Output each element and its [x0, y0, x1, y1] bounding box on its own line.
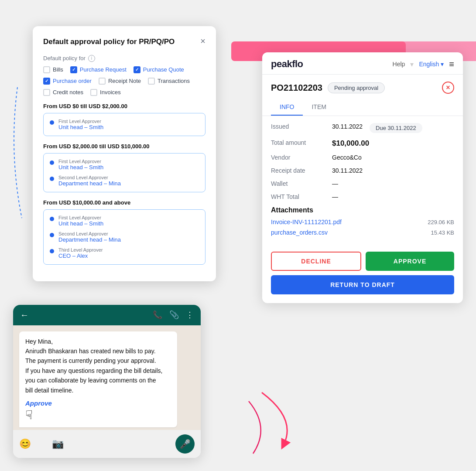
tab-info[interactable]: INFO [271, 99, 303, 116]
approver-details: Third Level Approver CEO – Alex [58, 247, 103, 259]
approver-dot [50, 249, 54, 253]
approver-details: Second Level Approver Department head – … [58, 231, 121, 243]
wallet-label: Wallet [271, 180, 332, 187]
whatsapp-call-icon[interactable]: 📞 [153, 310, 162, 320]
po-tabs: INFO ITEM [262, 99, 463, 116]
checkbox-purchase-quote-box[interactable] [134, 66, 140, 73]
vendor-row: Vendor Gecco&Co [271, 154, 454, 161]
whatsapp-camera-icon[interactable]: 📷 [52, 438, 64, 450]
po-close-button[interactable]: × [442, 82, 454, 94]
approve-decline-row: DECLINE APPROVE [271, 252, 454, 271]
approve-button[interactable]: APPROVE [366, 252, 454, 271]
po-id: PO21102203 [271, 83, 322, 93]
whatsapp-header: ← 📞 📎 ⋮ [13, 305, 201, 325]
total-amount-label: Total amount [271, 139, 332, 146]
checkbox-group-2: Purchase order Receipt Note Transactions [43, 78, 205, 85]
hamburger-menu-icon[interactable]: ≡ [449, 59, 454, 69]
approver-dot [50, 177, 54, 181]
checkbox-purchase-quote[interactable]: Purchase Quote [134, 66, 184, 73]
checkbox-transactions[interactable]: Transactions [148, 78, 190, 85]
nav-right: Help ▾ English ▾ ≡ [393, 59, 454, 69]
approver-details: First Level Approver Unit head – Smith [58, 159, 103, 171]
approver-item: Second Level Approver Department head – … [50, 231, 199, 243]
due-label: Due [376, 125, 386, 131]
return-to-draft-button[interactable]: RETURN TO DRAFT [271, 275, 454, 294]
approver-item: First Level Approver Unit head – Smith [50, 159, 199, 171]
checkbox-purchase-request-box[interactable] [70, 66, 77, 73]
attachment-row-1: Invoice-INV-11112201.pdf 229.06 KB [271, 218, 454, 225]
tier-3-range: From USD $10,000.00 and above [43, 199, 205, 206]
policy-for-label: Default policy for i [43, 55, 205, 62]
whatsapp-message-bubble: Hey Mina, Anirudh Bhaskaran has created … [19, 331, 177, 427]
attachment-row-2: purchase_orders.csv 15.43 KB [271, 229, 454, 236]
po-card: peakflo Help ▾ English ▾ ≡ PO21102203 Pe… [262, 52, 463, 303]
decline-button[interactable]: DECLINE [271, 252, 361, 271]
approver-item: First Level Approver Unit head – Smith [50, 215, 199, 227]
issued-due-row: Issued 30.11.2022 Due 30.11.2022 [271, 123, 454, 133]
approver-details: Second Level Approver Department head – … [58, 175, 121, 187]
whatsapp-mic-button[interactable]: 🎤 [175, 434, 195, 454]
checkbox-bills-box[interactable] [43, 66, 50, 73]
approver-item: Second Level Approver Department head – … [50, 175, 199, 187]
tier-1-range: From USD $0 till USD $2,000.00 [43, 103, 205, 109]
whatsapp-emoji-icon[interactable]: 😊 [19, 438, 31, 450]
attachment-link-2[interactable]: purchase_orders.csv [271, 229, 328, 236]
approval-policy-modal: Default approval policy for PR/PQ/PO × D… [33, 26, 216, 281]
tier-3-card: First Level Approver Unit head – Smith S… [43, 209, 205, 265]
checkbox-group: Bills Purchase Request Purchase Quote [43, 66, 205, 73]
checkbox-purchase-order[interactable]: Purchase order [43, 78, 92, 85]
checkbox-receipt-note[interactable]: Receipt Note [99, 78, 141, 85]
checkbox-transactions-box[interactable] [148, 78, 155, 85]
whatsapp-action-icons: 📞 📎 ⋮ [153, 310, 194, 320]
help-link[interactable]: Help [393, 61, 405, 68]
modal-close-button[interactable]: × [200, 37, 205, 45]
vendor-label: Vendor [271, 154, 332, 161]
whatsapp-approve-link[interactable]: Approve [25, 399, 171, 407]
whatsapp-paperclip-icon[interactable]: 📎 [169, 310, 179, 320]
tier-2-card: First Level Approver Unit head – Smith S… [43, 153, 205, 192]
tier-section-3: From USD $10,000.00 and above First Leve… [43, 199, 205, 265]
approver-item: First Level Approver Unit head – Smith [50, 119, 199, 130]
language-selector[interactable]: English ▾ [419, 61, 444, 68]
receipt-date-label: Receipt date [271, 167, 332, 174]
issued-label: Issued [271, 123, 332, 130]
total-amount-row: Total amount $10,000.00 [271, 139, 454, 148]
tier-section-2: From USD $2,000.00 till USD $10,000.00 F… [43, 143, 205, 192]
po-actions: DECLINE APPROVE RETURN TO DRAFT [262, 246, 463, 303]
po-nav: peakflo Help ▾ English ▾ ≡ [262, 52, 463, 75]
checkbox-receipt-note-box[interactable] [99, 78, 106, 85]
checkbox-bills[interactable]: Bills [43, 66, 63, 73]
due-date-badge: Due 30.11.2022 [370, 123, 422, 133]
due-date: 30.11.2022 [388, 125, 416, 131]
wht-row: WHT Total — [271, 193, 454, 200]
checkbox-invoices[interactable]: Invoices [90, 89, 121, 96]
attachment-size-2: 15.43 KB [431, 229, 455, 236]
attachments-title: Attachments [271, 206, 454, 214]
attachment-size-1: 229.06 KB [428, 219, 454, 225]
wallet-value: — [332, 180, 338, 187]
checkbox-invoices-box[interactable] [90, 89, 97, 96]
approver-dot [50, 233, 54, 237]
whatsapp-footer-icons: 😊 📷 [19, 436, 64, 452]
info-icon[interactable]: i [88, 55, 95, 62]
approver-dot [50, 120, 54, 125]
approver-dot [50, 217, 54, 221]
tab-item[interactable]: ITEM [303, 99, 335, 116]
whatsapp-back-button[interactable]: ← [20, 310, 29, 320]
issued-date: 30.11.2022 [332, 123, 363, 130]
checkbox-purchase-order-box[interactable] [43, 78, 50, 85]
approver-dot [50, 160, 54, 165]
tier-section-1: From USD $0 till USD $2,000.00 First Lev… [43, 103, 205, 136]
total-amount-value: $10,000.00 [332, 139, 369, 148]
checkbox-credit-notes-box[interactable] [43, 89, 50, 96]
peakflo-logo: peakflo [271, 58, 303, 70]
checkbox-credit-notes[interactable]: Credit notes [43, 89, 83, 96]
wallet-row: Wallet — [271, 180, 454, 187]
attachment-link-1[interactable]: Invoice-INV-11112201.pdf [271, 218, 342, 225]
status-badge: Pending approval [328, 82, 385, 93]
modal-title: Default approval policy for PR/PQ/PO [43, 37, 175, 47]
approver-item: Third Level Approver CEO – Alex [50, 247, 199, 259]
approver-details: First Level Approver Unit head – Smith [58, 215, 103, 227]
whatsapp-more-icon[interactable]: ⋮ [186, 310, 194, 320]
checkbox-purchase-request[interactable]: Purchase Request [70, 66, 127, 73]
